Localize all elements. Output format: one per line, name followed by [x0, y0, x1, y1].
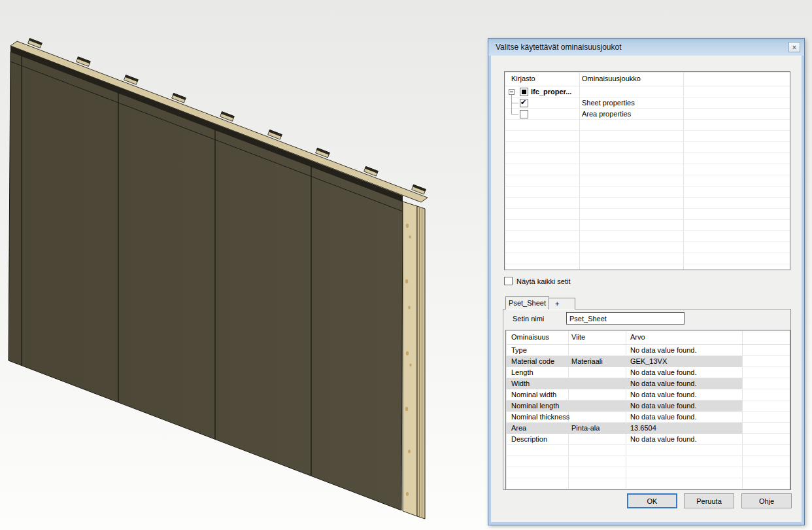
- ok-button[interactable]: OK: [627, 493, 677, 508]
- tree-checkbox-checked[interactable]: [520, 99, 528, 107]
- set-name-input[interactable]: [566, 312, 685, 325]
- dialog-title: Valitse käytettävät ominaisuusjoukot: [488, 43, 622, 52]
- help-button[interactable]: Ohje: [741, 493, 792, 508]
- property-row: [506, 467, 790, 478]
- cancel-button[interactable]: Peruuta: [684, 493, 734, 508]
- dialog-titlebar[interactable]: Valitse käytettävät ominaisuusjoukot ×: [488, 39, 804, 56]
- property-value: GEK_13VX: [630, 356, 667, 367]
- property-row: [506, 478, 790, 489]
- property-value: 13.6504: [630, 423, 656, 434]
- tab-add-new[interactable]: +: [549, 298, 575, 309]
- property-row[interactable]: Material codeMateriaaliGEK_13VX: [506, 356, 790, 367]
- property-row[interactable]: Nominal lengthNo data value found.: [506, 400, 790, 412]
- property-row: [506, 445, 790, 456]
- tree-connector-line: [511, 95, 512, 114]
- tree-expander-icon[interactable]: [509, 89, 515, 95]
- property-name: Description: [511, 434, 547, 445]
- tab-pset-sheet[interactable]: Pset_Sheet: [505, 296, 549, 309]
- property-name: Length: [511, 367, 533, 378]
- show-all-sets-label: Näytä kaikki setit: [516, 277, 571, 285]
- property-name: Nominal length: [511, 400, 559, 412]
- alt-row-background: [506, 423, 742, 434]
- property-set-library-tree[interactable]: Kirjasto Ominaisuusjoukko ifc_proper...S…: [504, 71, 790, 270]
- tree-gridlines: [505, 86, 790, 270]
- set-name-label: Setin nimi: [513, 315, 544, 323]
- property-row[interactable]: Nominal widthNo data value found.: [506, 389, 790, 400]
- property-row[interactable]: TypeNo data value found.: [506, 345, 790, 356]
- property-reference: Materiaali: [571, 356, 603, 367]
- property-row[interactable]: LengthNo data value found.: [506, 367, 790, 378]
- property-name: Nominal width: [511, 389, 556, 400]
- property-value: No data value found.: [630, 412, 697, 423]
- tree-item-label[interactable]: ifc_proper...: [531, 88, 571, 96]
- property-name: Nominal thickness: [511, 412, 569, 423]
- property-value: No data value found.: [630, 345, 697, 356]
- alt-row-background: [506, 378, 742, 389]
- property-value: No data value found.: [630, 400, 697, 412]
- tree-column-header-ominaisuusjoukko[interactable]: Ominaisuusjoukko: [582, 75, 641, 82]
- close-icon[interactable]: ×: [788, 42, 800, 52]
- property-row[interactable]: AreaPinta-ala13.6504: [506, 423, 790, 434]
- property-name: Area: [511, 423, 526, 434]
- property-name: Material code: [511, 356, 554, 367]
- tree-checkbox-partial[interactable]: [520, 88, 528, 96]
- property-value: No data value found.: [630, 434, 697, 445]
- property-row[interactable]: WidthNo data value found.: [506, 378, 790, 389]
- tree-item-propertyset[interactable]: Area properties: [582, 110, 631, 118]
- checkbox-icon[interactable]: [504, 277, 513, 285]
- tree-connector-line: [511, 103, 518, 103]
- tree-column-header-kirjasto[interactable]: Kirjasto: [511, 75, 535, 82]
- property-value: No data value found.: [630, 367, 697, 378]
- grid-column-header-ominaisuus[interactable]: Ominaisuus: [511, 333, 549, 341]
- wall-end-layers: [417, 206, 425, 519]
- tree-item-propertyset[interactable]: Sheet properties: [582, 99, 635, 107]
- property-reference: Pinta-ala: [571, 423, 600, 434]
- property-row[interactable]: Nominal thicknessNo data value found.: [506, 412, 790, 423]
- property-grid[interactable]: Ominaisuus Viite Arvo TypeNo data value …: [505, 330, 790, 490]
- property-name: Type: [511, 345, 527, 356]
- tree-connector-line: [511, 114, 518, 115]
- tree-checkbox-unchecked[interactable]: [520, 110, 528, 118]
- property-sets-dialog: Valitse käytettävät ominaisuusjoukot × K…: [488, 38, 805, 525]
- property-row: [506, 456, 790, 467]
- property-name: Width: [511, 378, 530, 389]
- wall-end-stud: [403, 202, 417, 516]
- dialog-client-area: Kirjasto Ominaisuusjoukko ifc_proper...S…: [491, 56, 802, 522]
- property-value: No data value found.: [630, 378, 697, 389]
- grid-column-header-arvo[interactable]: Arvo: [630, 333, 645, 341]
- property-row[interactable]: DescriptionNo data value found.: [506, 434, 790, 445]
- header-divider: [505, 86, 790, 86]
- property-value: No data value found.: [630, 389, 697, 400]
- pset-tab-page: Setin nimi Ominaisuus Viite Arvo TypeNo …: [503, 309, 791, 490]
- grid-column-header-viite[interactable]: Viite: [571, 333, 585, 341]
